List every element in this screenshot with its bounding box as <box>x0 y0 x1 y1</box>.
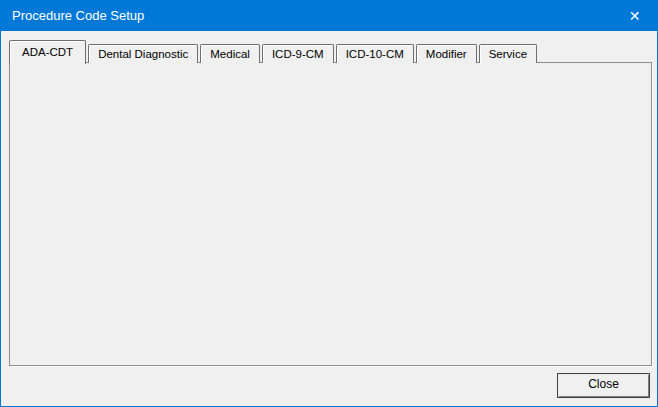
tab-panel <box>9 62 652 366</box>
window-title: Procedure Code Setup <box>12 1 144 31</box>
procedure-code-setup-dialog: Procedure Code Setup ✕ ADA-CDT Dental Di… <box>0 0 658 407</box>
title-bar: Procedure Code Setup ✕ <box>1 1 657 31</box>
tab-dental-diagnostic[interactable]: Dental Diagnostic <box>88 44 198 63</box>
close-icon[interactable]: ✕ <box>612 1 657 31</box>
tab-service[interactable]: Service <box>479 44 537 63</box>
tab-icd-10-cm[interactable]: ICD-10-CM <box>336 44 414 63</box>
close-button[interactable]: Close <box>557 373 650 398</box>
tab-modifier[interactable]: Modifier <box>416 44 477 63</box>
tab-ada-cdt[interactable]: ADA-CDT <box>9 40 86 64</box>
tab-icd-9-cm[interactable]: ICD-9-CM <box>262 44 334 63</box>
tab-strip: ADA-CDT Dental Diagnostic Medical ICD-9-… <box>9 39 539 63</box>
tab-medical[interactable]: Medical <box>200 44 260 63</box>
